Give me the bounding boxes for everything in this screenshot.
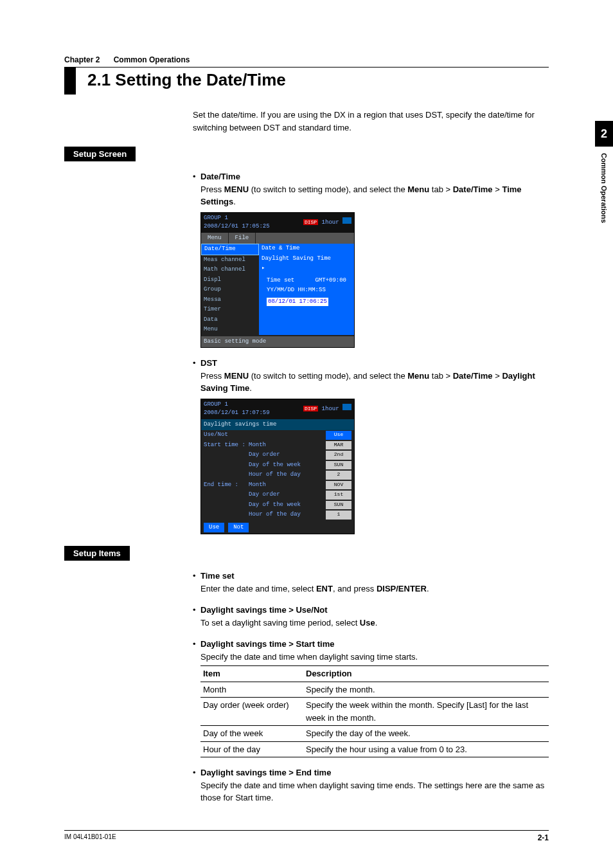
item-starttime: •Daylight savings time > Start time Spec… xyxy=(193,638,549,757)
setup-screen-label: Setup Screen xyxy=(64,147,136,161)
content: Chapter 2 Common Operations 2.1 Setting … xyxy=(64,55,549,804)
camera-icon xyxy=(342,404,351,410)
item-timeset: •Time set Enter the date and time, selec… xyxy=(193,570,549,595)
screenshot-dst: GROUP 12008/12/01 17:07:59 DISP 1hour Da… xyxy=(200,399,355,535)
footer: IM 04L41B01-01E 2-1 xyxy=(64,830,549,842)
dst-head: DST xyxy=(200,357,549,370)
title-accent xyxy=(64,68,76,95)
screenshot-datetime: GROUP 12008/12/01 17:05:25 DISP 1hour Me… xyxy=(200,212,355,348)
setup-items-label: Setup Items xyxy=(64,546,130,561)
page: 2 Common Operations Chapter 2 Common Ope… xyxy=(0,0,613,868)
datetime-head: Date/Time xyxy=(200,170,549,183)
datetime-text: Press MENU (to switch to setting mode), … xyxy=(200,183,549,208)
intro-paragraph: Set the date/time. If you are using the … xyxy=(193,109,549,134)
side-tab-text: Common Operations xyxy=(600,153,608,223)
footer-page: 2-1 xyxy=(538,833,549,842)
footer-left: IM 04L41B01-01E xyxy=(64,833,116,842)
chapter-name: Common Operations xyxy=(114,55,190,64)
page-title: 2.1 Setting the Date/Time xyxy=(76,68,286,95)
item-endtime: •Daylight savings time > End time Specif… xyxy=(193,766,549,804)
camera-icon xyxy=(342,217,351,224)
side-tab-number: 2 xyxy=(595,121,613,147)
side-tab: 2 Common Operations xyxy=(595,121,613,223)
chapter-header: Chapter 2 Common Operations xyxy=(64,55,549,64)
chapter-number: Chapter 2 xyxy=(64,55,100,64)
item-datetime: •Date/Time Press MENU (to switch to sett… xyxy=(193,170,549,348)
item-dst: •DST Press MENU (to switch to setting mo… xyxy=(193,357,549,534)
title-bar: 2.1 Setting the Date/Time xyxy=(64,67,549,95)
dst-text: Press MENU (to switch to setting mode), … xyxy=(200,370,549,395)
item-usenot: •Daylight savings time > Use/Not To set … xyxy=(193,604,549,629)
start-time-table: ItemDescription MonthSpecify the month. … xyxy=(200,665,549,757)
